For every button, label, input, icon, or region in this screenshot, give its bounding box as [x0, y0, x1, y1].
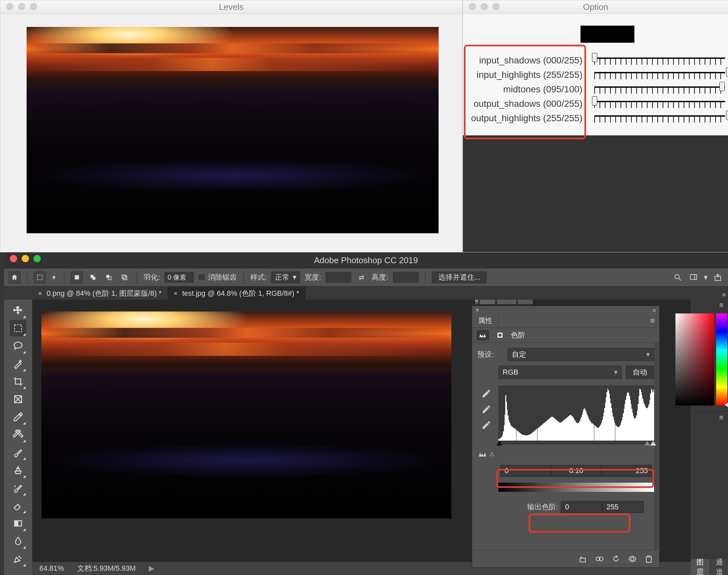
- option-traffic-lights[interactable]: [469, 3, 500, 10]
- hue-bar[interactable]: [716, 313, 727, 405]
- panel-mini-tabs[interactable]: «: [475, 300, 538, 304]
- reset-icon[interactable]: [611, 554, 621, 564]
- tool-lasso[interactable]: [10, 338, 26, 354]
- properties-panel-header[interactable]: × «: [472, 306, 659, 314]
- option-titlebar[interactable]: Option: [463, 0, 728, 14]
- tool-history-brush[interactable]: [10, 480, 26, 496]
- workspace-icon[interactable]: [688, 272, 699, 283]
- selection-subtract-icon[interactable]: [103, 272, 114, 283]
- preset-select[interactable]: 自定▾: [508, 348, 654, 361]
- levels-preview-image: [27, 27, 439, 233]
- trash-icon[interactable]: [644, 554, 653, 564]
- levels-titlebar[interactable]: Levels: [0, 0, 462, 14]
- tool-healing[interactable]: [10, 427, 26, 443]
- tool-clone[interactable]: [10, 462, 26, 478]
- adjustment-type-label: 色阶: [511, 330, 525, 340]
- eyedropper-gray-icon[interactable]: [481, 404, 491, 414]
- chevron-down-icon[interactable]: ▾: [50, 272, 58, 283]
- tab-channels[interactable]: 通道: [710, 559, 728, 575]
- style-select[interactable]: 正常▾: [271, 271, 300, 283]
- properties-tab[interactable]: 属性: [472, 314, 499, 328]
- color-field[interactable]: [675, 313, 714, 405]
- option-row-slider[interactable]: [594, 56, 728, 65]
- option-title: Option: [463, 2, 728, 12]
- output-highlights-field[interactable]: 255: [602, 501, 644, 513]
- document-tab-1[interactable]: × test.jpg @ 64.8% (色阶 1, RGB/8#) *: [168, 286, 306, 300]
- auto-button[interactable]: 自动: [626, 366, 654, 379]
- tool-magic-wand[interactable]: [10, 356, 26, 372]
- tool-brush[interactable]: [10, 444, 26, 461]
- clipping-warning-icon[interactable]: ⚠: [478, 449, 494, 459]
- selection-add-icon[interactable]: [88, 272, 99, 283]
- feather-input[interactable]: 0 像素: [165, 272, 194, 282]
- close-icon[interactable]: ×: [38, 290, 42, 297]
- tool-eraser[interactable]: [10, 498, 26, 514]
- tool-pen[interactable]: [10, 551, 26, 567]
- option-row-slider[interactable]: [594, 99, 728, 109]
- search-icon[interactable]: [672, 272, 683, 283]
- levels-adjustment-icon[interactable]: [477, 330, 489, 340]
- svg-line-9: [679, 278, 681, 281]
- color-panel-menu-icon[interactable]: ≡: [719, 301, 723, 309]
- properties-panel: × « 属性 ≡ 色阶 预设: 自定▾: [472, 306, 660, 568]
- histogram[interactable]: [498, 385, 654, 445]
- svg-rect-20: [14, 521, 18, 526]
- visibility-icon[interactable]: [628, 554, 637, 564]
- option-body: input_shadows (000/255)input_highlights …: [463, 14, 728, 135]
- preset-label: 预设:: [477, 349, 504, 360]
- ps-traffic-lights[interactable]: [10, 255, 41, 262]
- input-midtone-slider[interactable]: [644, 441, 650, 445]
- mid-panel-menu-icon[interactable]: ≡: [719, 413, 723, 422]
- tool-move[interactable]: [10, 302, 26, 319]
- svg-rect-0: [37, 275, 42, 280]
- eyedropper-white-icon[interactable]: [481, 420, 491, 430]
- tool-crop[interactable]: [10, 373, 26, 390]
- selection-new-icon[interactable]: [71, 271, 83, 283]
- tool-marquee[interactable]: [10, 320, 26, 336]
- tool-frame[interactable]: [10, 391, 26, 407]
- tool-blur[interactable]: [10, 533, 26, 549]
- doc-size[interactable]: 文档:5.93M/5.93M: [77, 564, 136, 573]
- clip-to-layer-icon[interactable]: [579, 554, 588, 564]
- canvas-image[interactable]: [41, 311, 451, 518]
- status-caret-icon[interactable]: ▶: [149, 564, 154, 573]
- channel-select[interactable]: RGB▾: [498, 366, 622, 379]
- document-tab-0[interactable]: × 0.png @ 84% (色阶 1, 图层蒙版/8) *: [32, 286, 168, 300]
- close-icon[interactable]: ×: [475, 306, 479, 314]
- canvas-area[interactable]: « × « 属性 ≡: [32, 300, 691, 575]
- ps-titlebar[interactable]: Adobe Photoshop CC 2019: [4, 252, 728, 268]
- swap-dimensions-icon[interactable]: ⇄: [356, 272, 367, 283]
- properties-scrollbar[interactable]: [654, 343, 659, 550]
- output-shadows-field[interactable]: 0: [561, 501, 602, 513]
- zoom-level[interactable]: 64.81%: [39, 564, 64, 573]
- tool-gradient[interactable]: [10, 515, 26, 532]
- option-row-slider[interactable]: [594, 113, 728, 123]
- levels-traffic-lights[interactable]: [6, 3, 37, 10]
- width-input[interactable]: [325, 272, 351, 282]
- hue-pointer-icon[interactable]: [725, 402, 728, 407]
- collapse-icon[interactable]: «: [653, 306, 656, 314]
- color-picker[interactable]: [675, 313, 727, 405]
- panel-menu-icon[interactable]: ≡: [650, 316, 659, 325]
- marquee-tool-icon[interactable]: [34, 271, 46, 283]
- share-icon[interactable]: [712, 272, 723, 283]
- option-row-label: output_shadows (000/255): [463, 99, 584, 109]
- option-row-slider[interactable]: [594, 84, 728, 94]
- input-shadow-slider[interactable]: [496, 441, 502, 445]
- input-highlight-slider[interactable]: [650, 441, 656, 445]
- option-row-slider[interactable]: [594, 70, 728, 80]
- tabs-overflow-icon[interactable]: »: [722, 290, 726, 299]
- antialias-checkbox[interactable]: 消除锯齿: [198, 272, 237, 282]
- home-button[interactable]: [8, 271, 21, 283]
- tab-layers[interactable]: 图层: [691, 559, 710, 575]
- mask-icon[interactable]: [494, 330, 506, 340]
- view-previous-icon[interactable]: [595, 554, 604, 564]
- tool-eyedropper[interactable]: [10, 409, 26, 425]
- select-and-mask-button[interactable]: 选择并遮住...: [432, 271, 487, 283]
- height-input[interactable]: [393, 272, 419, 282]
- eyedropper-black-icon[interactable]: [481, 389, 491, 399]
- svg-rect-6: [122, 275, 126, 279]
- selection-intersect-icon[interactable]: [119, 272, 130, 283]
- close-icon[interactable]: ×: [174, 290, 178, 297]
- document-tab-label: test.jpg @ 64.8% (色阶 1, RGB/8#) *: [182, 289, 299, 298]
